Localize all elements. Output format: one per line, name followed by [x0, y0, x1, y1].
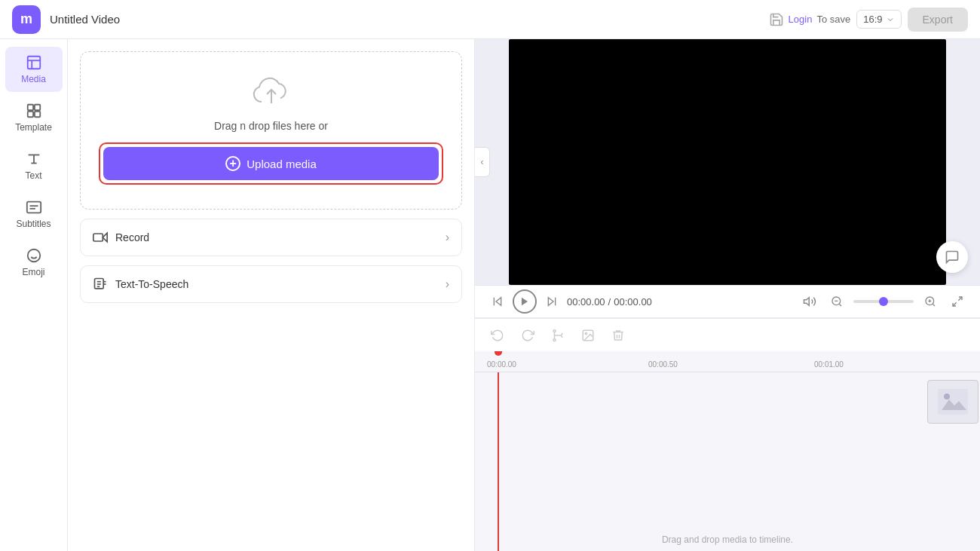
svg-rect-10 — [26, 202, 40, 213]
playhead-line — [498, 372, 499, 551]
svg-marker-28 — [804, 298, 810, 306]
undo-button[interactable] — [487, 325, 508, 346]
record-section-left: Record — [93, 230, 149, 245]
subtitles-icon — [26, 199, 42, 216]
record-icon — [93, 230, 108, 245]
tts-section[interactable]: Text-To-Speech › — [80, 265, 462, 303]
svg-rect-5 — [27, 112, 32, 117]
timeline-controls: 00:00.00 / 00:00.00 — [475, 285, 980, 318]
volume-icon — [803, 295, 816, 308]
svg-rect-44 — [938, 389, 968, 415]
svg-line-30 — [839, 304, 841, 306]
undo-icon — [491, 329, 504, 342]
ruler-mark-1: 00:00.50 — [648, 360, 678, 369]
svg-point-43 — [585, 332, 586, 334]
tts-label: Text-To-Speech — [115, 278, 188, 290]
image-button[interactable] — [577, 325, 599, 346]
sidebar-label-text: Text — [25, 170, 41, 181]
cut-button[interactable] — [547, 325, 568, 346]
tts-section-left: Text-To-Speech — [93, 277, 188, 292]
delete-button[interactable] — [608, 325, 629, 346]
play-icon — [519, 296, 530, 307]
svg-point-39 — [553, 329, 556, 332]
playhead-dot — [495, 351, 502, 356]
sidebar-item-emoji[interactable]: Emoji — [5, 240, 63, 285]
sidebar-item-media[interactable]: Media — [5, 47, 63, 92]
aspect-ratio-selector[interactable]: 16:9 — [856, 10, 901, 29]
zoom-in-button[interactable] — [920, 291, 941, 312]
timeline-section: 00:00.00 00:00.50 00:01.00 00:01.50 00:0… — [475, 318, 980, 551]
sidebar: Media Template Text Subtitles — [0, 39, 68, 551]
controls-right — [799, 291, 968, 312]
skip-back-button[interactable] — [487, 291, 508, 312]
text-icon — [26, 151, 42, 167]
time-separator: / — [608, 296, 611, 308]
thumbnail-image-icon — [938, 389, 968, 415]
fullscreen-button[interactable] — [947, 291, 968, 312]
chat-icon — [945, 249, 960, 265]
header-center: Login To save 16:9 Export — [769, 8, 968, 32]
skip-forward-button[interactable] — [541, 291, 562, 312]
sidebar-item-text[interactable]: Text — [5, 143, 63, 188]
skip-back-icon — [492, 295, 504, 308]
sidebar-label-media: Media — [21, 74, 46, 84]
record-label: Record — [115, 231, 149, 243]
aspect-ratio-value: 16:9 — [863, 14, 882, 25]
video-preview — [509, 39, 946, 285]
chevron-down-icon — [886, 15, 895, 24]
header: m Untitled Video Login To save 16:9 Expo… — [0, 0, 980, 39]
drag-drop-text: Drag n drop files here or — [214, 120, 328, 132]
zoom-in-icon — [924, 295, 936, 308]
record-section[interactable]: Record › — [80, 219, 462, 256]
controls-left: 00:00.00 / 00:00.00 — [487, 289, 652, 314]
timeline-tracks: Drag and drop media to timeline. — [475, 372, 980, 551]
sidebar-label-emoji: Emoji — [22, 267, 44, 277]
image-icon — [581, 329, 595, 342]
export-button[interactable]: Export — [908, 8, 968, 32]
redo-icon — [521, 329, 534, 342]
media-icon — [26, 54, 42, 71]
upload-btn-wrapper: + Upload media — [99, 142, 443, 185]
media-panel: Drag n drop files here or + Upload media… — [68, 39, 475, 551]
collapse-button[interactable]: ‹ — [475, 147, 490, 177]
time-display: 00:00.00 / 00:00.00 — [567, 296, 652, 308]
svg-line-36 — [958, 297, 962, 301]
upload-media-button[interactable]: + Upload media — [103, 147, 439, 180]
logo-button[interactable]: m — [12, 5, 41, 34]
media-thumbnail[interactable] — [927, 380, 978, 424]
svg-marker-26 — [548, 298, 553, 306]
record-chevron-icon: › — [446, 231, 449, 244]
sidebar-item-subtitles[interactable]: Subtitles — [5, 191, 63, 237]
svg-rect-0 — [27, 57, 40, 69]
svg-rect-17 — [93, 234, 103, 241]
toolbar-row — [475, 318, 980, 351]
tts-chevron-icon: › — [446, 277, 449, 291]
cut-icon — [551, 329, 565, 342]
volume-button[interactable] — [799, 291, 820, 312]
header-left: m Untitled Video — [12, 5, 120, 34]
preview-area: ‹ — [475, 39, 980, 285]
svg-line-33 — [933, 304, 935, 306]
svg-marker-25 — [522, 298, 528, 306]
login-link[interactable]: Login — [789, 14, 813, 25]
video-title: Untitled Video — [50, 13, 120, 26]
preview-panel: ‹ 00:00.00 — [475, 39, 980, 551]
login-area: Login To save — [769, 12, 851, 27]
zoom-slider[interactable] — [853, 300, 914, 303]
sidebar-label-subtitles: Subtitles — [16, 219, 51, 229]
timeline-ruler: 00:00.00 00:00.50 00:01.00 00:01.50 00:0… — [475, 351, 980, 372]
play-button[interactable] — [513, 289, 537, 314]
zoom-out-button[interactable] — [826, 291, 847, 312]
fullscreen-icon — [951, 295, 963, 308]
upload-zone: Drag n drop files here or + Upload media — [80, 51, 462, 210]
upload-cloud-icon — [252, 76, 291, 109]
sidebar-item-template[interactable]: Template — [5, 95, 63, 140]
svg-point-13 — [27, 249, 40, 262]
total-time: 00:00.00 — [614, 296, 652, 308]
redo-button[interactable] — [517, 325, 538, 346]
svg-line-37 — [953, 302, 957, 306]
svg-rect-4 — [34, 105, 39, 110]
ruler-mark-2: 00:01.00 — [814, 360, 844, 369]
main-body: Media Template Text Subtitles — [0, 39, 980, 551]
chat-button[interactable] — [936, 241, 968, 273]
